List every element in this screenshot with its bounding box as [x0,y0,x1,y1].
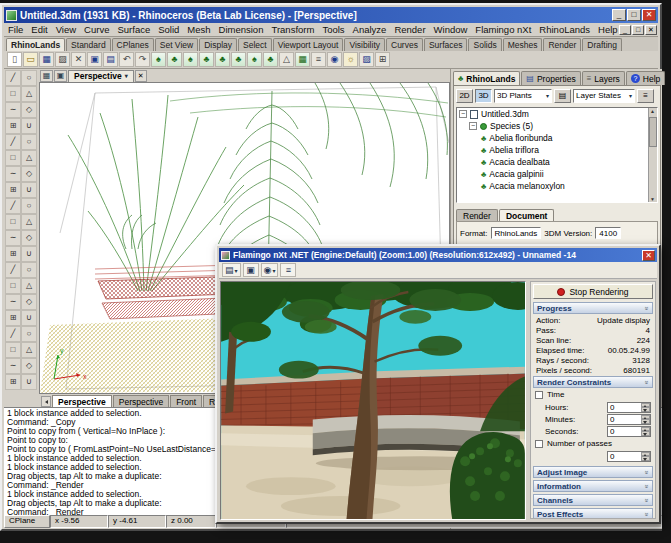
menu-item[interactable]: RhinoLands [535,23,594,36]
panel-sub-tab[interactable]: Render [456,209,498,221]
species-item[interactable]: Abelia triflora [457,144,657,156]
render-window-close-button[interactable]: ✕ [642,250,655,261]
plants-dropdown[interactable]: 3D Plants ▾ [494,89,552,103]
menu-item[interactable]: Dimension [215,23,268,36]
copy-image-button[interactable]: ▣ [243,263,259,277]
menu-item[interactable]: Window [430,23,472,36]
collapsed-section-header[interactable]: Channels » [533,494,653,506]
status-cell[interactable]: y -4.61 [108,515,166,528]
spinner-value[interactable]: 0 [608,403,641,412]
toolbar-tab[interactable]: Viewport Layout [273,38,344,51]
panel-tab[interactable]: ▤ Properties [521,71,580,85]
tool-icon[interactable]: ∪ [21,246,37,262]
tool-icon[interactable]: □ [5,214,21,230]
render-window-title-bar[interactable]: Flamingo nXt .NET (Engine:Default) (Zoom… [219,248,657,262]
tree-group-item[interactable]: Species (5) [457,120,657,132]
menu-item[interactable]: View [52,23,80,36]
spinner-value[interactable]: 0 [608,427,641,436]
menu-item[interactable]: Tools [318,23,348,36]
tool-icon[interactable]: ○ [21,134,37,150]
tool-icon[interactable]: ∼ [5,166,21,182]
tool-icon[interactable]: ◇ [21,294,37,310]
toolbar-tab[interactable]: RhinoLands [6,38,65,51]
branch-wireframe[interactable] [315,83,447,187]
menu-item[interactable]: Edit [27,23,51,36]
menu-item[interactable]: File [4,23,27,36]
collapse-icon[interactable] [459,110,467,118]
layer-states-dropdown[interactable]: Layer States ▾ [573,89,635,103]
scrollbar-thumb[interactable] [649,117,657,147]
species-item[interactable]: Acacia melanoxylon [457,180,657,192]
menu-item[interactable]: Solid [154,23,183,36]
menu-item[interactable]: Flamingo nXt [471,23,535,36]
tree-scrollbar[interactable] [648,108,657,202]
panel-tab[interactable]: ♣ RhinoLands [453,71,520,85]
mdi-close-button[interactable]: ✕ [645,25,657,35]
tool-icon[interactable]: ⊞ [5,118,21,134]
tool-icon[interactable]: □ [5,150,21,166]
toolbar-icon[interactable]: ♣ [231,52,246,67]
menu-item[interactable]: Curve [80,23,113,36]
time-spinner[interactable]: 0 [607,426,651,437]
tool-icon[interactable]: ○ [21,70,37,86]
menu-item[interactable]: Analyze [349,23,391,36]
tool-icon[interactable]: ◇ [21,102,37,118]
viewport-grid-icon[interactable]: ▦ [40,70,53,82]
spinner-value[interactable]: 0 [608,452,641,461]
toolbar-tab[interactable]: Display [199,38,237,51]
toolbar-tab[interactable]: Meshes [503,38,543,51]
viewport-bottom-tab[interactable]: Perspective [113,395,169,407]
menu-item[interactable]: Surface [113,23,154,36]
tool-icon[interactable]: ○ [21,262,37,278]
save-image-button[interactable]: ▤ ▾ [222,263,241,277]
view-2d-button[interactable]: 2D [456,89,473,103]
tool-icon[interactable]: ╱ [5,326,21,342]
toolbar-tab[interactable]: Render [543,38,581,51]
toolbar-icon[interactable]: ♠ [151,52,166,67]
spin-down-icon[interactable] [641,407,650,412]
tool-icon[interactable]: △ [21,214,37,230]
toolbar-icon[interactable]: ◉ [327,52,342,67]
viewport-tab-close-icon[interactable]: ✕ [135,70,147,82]
toolbar-icon[interactable]: ▭ [23,52,38,67]
mdi-minimize-button[interactable]: _ [619,25,631,35]
toolbar-icon[interactable]: ▨ [359,52,374,67]
tool-icon[interactable]: ⊞ [5,374,21,390]
tool-icon[interactable]: ∼ [5,230,21,246]
passes-spinner[interactable]: 0 [607,451,651,462]
maximize-button[interactable]: □ [627,9,641,21]
tool-icon[interactable]: ∪ [21,118,37,134]
toolbar-tab[interactable]: Solids [468,38,501,51]
viewport-tab-perspective[interactable]: Perspective ▾ [68,70,134,82]
toolbar-icon[interactable]: ↷ [135,52,150,67]
mdi-restore-button[interactable]: □ [632,25,644,35]
toolbar-icon[interactable]: ≡ [311,52,326,67]
toolbar-icon[interactable]: ▣ [87,52,102,67]
status-cell[interactable]: x -9.56 [50,515,108,528]
spin-down-icon[interactable] [641,456,650,461]
collapsed-section-header[interactable]: Information » [533,480,653,492]
time-checkbox[interactable] [535,391,543,399]
status-cell[interactable]: CPlane [4,515,50,528]
viewport-bottom-tab[interactable]: Perspective [52,395,112,407]
species-item[interactable]: Acacia galpinii [457,168,657,180]
toolbar-icon[interactable]: ♣ [167,52,182,67]
toolbar-icon[interactable]: ▤ [103,52,118,67]
toolbar-tab[interactable]: Visibility [344,38,385,51]
tool-icon[interactable]: ◇ [21,230,37,246]
tool-icon[interactable]: ∪ [21,374,37,390]
close-button[interactable]: ✕ [642,9,656,21]
version-value[interactable]: 4100 [595,227,621,239]
format-value[interactable]: RhinoLands [491,227,542,239]
tool-icon[interactable]: ∪ [21,182,37,198]
tool-icon[interactable]: △ [21,86,37,102]
toolbar-icon[interactable]: ♣ [215,52,230,67]
menu-item[interactable]: Transform [267,23,318,36]
species-item[interactable]: Acacia dealbata [457,156,657,168]
toolbar-tab[interactable]: Standard [66,38,111,51]
progress-section-header[interactable]: Progress » [533,302,653,314]
tool-icon[interactable]: ⊞ [5,182,21,198]
tool-icon[interactable]: ∼ [5,358,21,374]
toolbar-icon[interactable]: ⊞ [375,52,390,67]
toolbar-tab[interactable]: Surfaces [424,38,468,51]
